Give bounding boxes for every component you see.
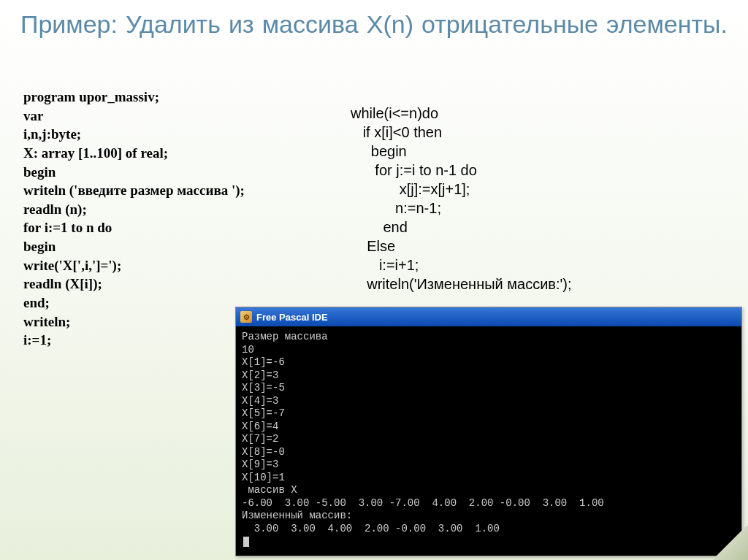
code-right-block: while(i<=n)do if x[i]<0 then begin for j… bbox=[351, 104, 572, 294]
slide-title: Пример: Удалить из массива X(n) отрицате… bbox=[0, 0, 748, 46]
pascal-ide-icon: ⚙ bbox=[240, 311, 252, 323]
ide-console-output: Размер массива 10 X[1]=-6 X[2]=3 X[3]=-5… bbox=[236, 326, 741, 556]
page-corner-fold-icon bbox=[713, 525, 748, 560]
ide-window: ⚙ Free Pascal IDE Размер массива 10 X[1]… bbox=[235, 307, 742, 556]
console-cursor bbox=[243, 537, 249, 547]
code-left-block: program upor_massiv; var i,n,j:byte; X: … bbox=[23, 88, 245, 350]
ide-titlebar: ⚙ Free Pascal IDE bbox=[236, 307, 741, 326]
ide-title-text: Free Pascal IDE bbox=[256, 312, 328, 323]
console-text: Размер массива 10 X[1]=-6 X[2]=3 X[3]=-5… bbox=[242, 331, 604, 534]
